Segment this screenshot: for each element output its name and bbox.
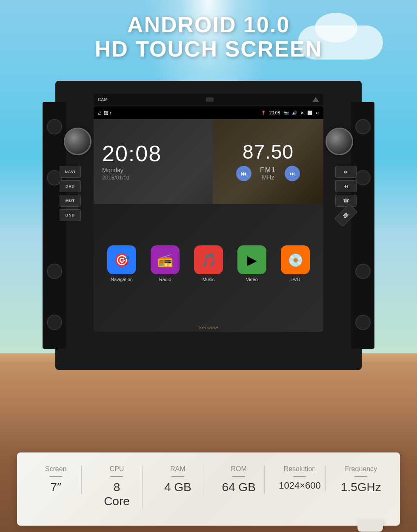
top-info-widgets: 20:08 Monday 2018/01/01 87.50 ⏮ FM1 MHz … — [94, 119, 323, 204]
dvd-icon: 💿 — [288, 253, 303, 267]
spec-rom-label: ROM — [231, 465, 246, 473]
camera-status-icon: 📷 — [283, 111, 288, 115]
home-icon[interactable]: ⌂ — [98, 109, 101, 116]
top-bar: CAM — [94, 94, 323, 105]
radio-icon: 📻 — [157, 253, 173, 267]
spec-frequency-value: 1.5GHz — [341, 480, 381, 495]
status-time: 20:08 — [269, 111, 280, 115]
spec-ram: RAM 4 GB — [152, 465, 203, 495]
spec-screen: Screen 7″ — [31, 465, 82, 495]
bracket-hole — [47, 119, 62, 134]
media-buttons-right: ⏭ ⏮ ☎ ☎ — [335, 166, 357, 221]
spec-frequency: Frequency 1.5GHz — [335, 465, 386, 495]
bracket-hole — [47, 264, 62, 279]
spec-ram-label: RAM — [170, 465, 186, 473]
status-bar: ⌂ 🖼 ↕ 📍 20:08 📷 🔊 ✕ ⬜ ↩ — [94, 106, 323, 119]
app-radio[interactable]: 📻 Radio — [151, 245, 180, 282]
status-icons: 🖼 ↕ — [104, 111, 111, 115]
music-icon-box: 🎵 — [194, 245, 223, 274]
spec-rom: ROM 64 GB — [214, 465, 265, 495]
specs-grid: Screen 7″ CPU 8Core RAM 4 GB ROM 64 GB R… — [26, 465, 391, 509]
spec-ram-value: 4 GB — [164, 480, 191, 495]
spec-divider — [293, 476, 306, 477]
main-screen: ⌂ 🖼 ↕ 📍 20:08 📷 🔊 ✕ ⬜ ↩ 20:08 Monday — [94, 106, 323, 332]
header-line2: HD TOUCH SCREEN — [0, 37, 417, 61]
navigation-icon: 🎯 — [114, 253, 130, 267]
app-music[interactable]: 🎵 Music — [194, 245, 223, 282]
status-left: ⌂ 🖼 ↕ — [98, 109, 111, 116]
radio-next-button[interactable]: ⏭ — [285, 166, 300, 181]
watermark: Seicane — [94, 323, 323, 332]
status-right: 📍 20:08 📷 🔊 ✕ ⬜ ↩ — [261, 111, 319, 115]
app-navigation[interactable]: 🎯 Navigation — [107, 245, 136, 282]
prev-track-button[interactable]: ⏮ — [335, 180, 357, 192]
clock-time: 20:08 — [102, 142, 204, 165]
navigation-label: Navigation — [111, 277, 133, 282]
header-section: ANDROID 10.0 HD TOUCH SCREEN — [0, 13, 417, 61]
spec-divider — [171, 476, 184, 477]
apps-area: 🎯 Navigation 📻 Radio 🎵 Music — [94, 204, 323, 323]
bracket-hole — [355, 264, 371, 279]
spec-rom-value: 64 GB — [222, 480, 255, 495]
window-icon[interactable]: ⬜ — [307, 111, 312, 115]
radio-app-label: Radio — [159, 277, 171, 282]
eject-button[interactable] — [312, 97, 319, 102]
top-bar-button[interactable] — [206, 97, 214, 102]
app-video[interactable]: ▶ Video — [237, 245, 266, 282]
clock-day: Monday — [102, 167, 204, 174]
bracket-hole — [47, 315, 62, 330]
side-buttons-left: NAVI DVD MUT BND — [60, 166, 81, 221]
music-label: Music — [203, 277, 215, 282]
spec-resolution-value: 1024×600 — [279, 480, 321, 491]
spec-divider — [354, 476, 367, 477]
dvd-label: DVD — [290, 277, 300, 282]
dvd-icon-box: 💿 — [281, 245, 310, 274]
car-radio-unit: NAVI DVD MUT BND ⏭ ⏮ ☎ ☎ CAM ⌂ 🖼 ↕ 📍 20:… — [55, 81, 362, 370]
spec-cpu-value: 8Core — [104, 480, 130, 509]
header-line1: ANDROID 10.0 — [0, 13, 417, 37]
mut-button[interactable]: MUT — [60, 195, 81, 207]
navigation-icon-box: 🎯 — [107, 245, 136, 274]
left-knob[interactable] — [64, 128, 91, 155]
video-icon-box: ▶ — [237, 245, 266, 274]
next-track-button[interactable]: ⏭ — [335, 166, 357, 178]
radio-icon-box: 📻 — [151, 245, 180, 274]
bracket-hole — [355, 315, 371, 330]
bracket-hole — [355, 119, 371, 134]
radio-frequency: 87.50 — [243, 142, 294, 162]
bnd-button[interactable]: BND — [60, 209, 81, 221]
screen-content: 20:08 Monday 2018/01/01 87.50 ⏮ FM1 MHz … — [94, 119, 323, 332]
right-knob[interactable] — [326, 128, 353, 155]
close-icon[interactable]: ✕ — [300, 111, 304, 115]
back-icon[interactable]: ↩ — [316, 111, 319, 115]
spec-divider — [232, 476, 245, 477]
radio-widget: 87.50 ⏮ FM1 MHz ⏭ — [213, 119, 323, 204]
specs-section: Screen 7″ CPU 8Core RAM 4 GB ROM 64 GB R… — [17, 452, 400, 526]
spec-divider — [49, 476, 62, 477]
phone-button[interactable]: ☎ — [335, 195, 357, 207]
app-dvd[interactable]: 💿 DVD — [281, 245, 310, 282]
spec-frequency-label: Frequency — [345, 465, 377, 473]
dvd-button[interactable]: DVD — [60, 180, 81, 192]
spec-resolution: Resolution 1024×600 — [274, 465, 326, 491]
video-icon: ▶ — [247, 253, 257, 267]
volume-icon: 🔊 — [292, 111, 297, 115]
navi-button[interactable]: NAVI — [60, 166, 81, 178]
radio-prev-button[interactable]: ⏮ — [236, 166, 251, 181]
spec-cpu: CPU 8Core — [91, 465, 143, 509]
spec-screen-label: Screen — [45, 465, 67, 473]
bracket-right — [351, 102, 374, 349]
clock-widget: 20:08 Monday 2018/01/01 — [94, 119, 213, 204]
spec-screen-value: 7″ — [50, 480, 61, 495]
clock-date: 2018/01/01 — [102, 174, 204, 181]
music-icon: 🎵 — [201, 253, 217, 267]
spec-resolution-label: Resolution — [284, 465, 316, 473]
location-icon: 📍 — [261, 111, 266, 115]
radio-controls: ⏮ FM1 MHz ⏭ — [236, 166, 300, 181]
cam-label: CAM — [98, 97, 108, 102]
radio-unit: MHz — [262, 174, 274, 181]
radio-band: FM1 — [260, 166, 276, 174]
spec-cpu-label: CPU — [110, 465, 124, 473]
spec-divider — [110, 476, 123, 477]
video-label: Video — [246, 277, 258, 282]
